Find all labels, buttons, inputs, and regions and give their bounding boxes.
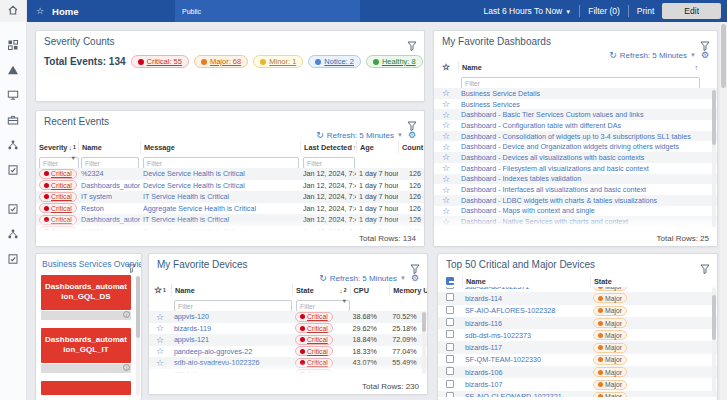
- public-tab[interactable]: Public: [175, 0, 360, 22]
- checkbox-icon[interactable]: [446, 343, 454, 351]
- event-name-link[interactable]: Dashboards_automat: [78, 215, 140, 224]
- favorite-star-icon[interactable]: ☆: [36, 6, 44, 16]
- device-name-link[interactable]: SF-AIO-CLEONARD-1022321: [462, 392, 590, 397]
- table-row[interactable]: ☆ appvis-121 Critical 18.84% 72.09%: [149, 334, 427, 346]
- edit-button[interactable]: Edit: [662, 3, 721, 19]
- healthy-badge[interactable]: Healthy: 8: [366, 55, 423, 68]
- star-icon[interactable]: ☆: [442, 142, 450, 152]
- sidebar-item-devices[interactable]: [0, 82, 26, 107]
- device-name-link[interactable]: bizards-114: [462, 294, 590, 303]
- severity-pill[interactable]: Critical: [39, 215, 77, 225]
- event-message-link[interactable]: Device Service Health is Critical: [140, 181, 300, 190]
- checkbox-icon[interactable]: [446, 318, 454, 326]
- filter-funnel-icon[interactable]: [407, 37, 417, 55]
- table-row[interactable]: Critical Reston Aggregate Service Health…: [36, 203, 424, 215]
- service-tile[interactable]: [41, 381, 131, 395]
- table-row[interactable]: bizards-107Major: [438, 378, 717, 390]
- checkbox-icon[interactable]: [446, 380, 454, 388]
- checkbox-icon[interactable]: [446, 355, 454, 363]
- refresh-control[interactable]: ↻ Refresh: 5 Minutes ▼ ⚙: [149, 272, 427, 284]
- state-pill[interactable]: Major: [593, 287, 627, 291]
- device-name-link[interactable]: SF-AIO-AFLORES-1022328: [462, 306, 590, 315]
- table-row[interactable]: Critical Dashboards_automat IT Service H…: [36, 214, 424, 226]
- checkbox-icon[interactable]: [446, 367, 454, 375]
- event-message-link[interactable]: IT Service Health is Critical: [140, 192, 300, 201]
- table-row[interactable]: Critical Dashboards_automat Device Servi…: [36, 180, 424, 192]
- filter-button[interactable]: Filter (0): [588, 6, 620, 16]
- state-pill[interactable]: Major: [593, 293, 627, 303]
- state-pill[interactable]: Major: [593, 380, 627, 390]
- refresh-control[interactable]: ↻ Refresh: 5 Minutes ▼ ⚙: [36, 129, 424, 141]
- device-name-link[interactable]: appvis-121: [171, 335, 292, 344]
- star-icon[interactable]: ☆: [156, 323, 164, 333]
- device-name-link[interactable]: bizards-117: [462, 343, 590, 352]
- sidebar-item-reports[interactable]: [0, 246, 26, 271]
- star-icon[interactable]: ☆: [442, 88, 450, 98]
- star-icon[interactable]: ☆: [442, 163, 450, 173]
- sidebar-item-automation[interactable]: [0, 157, 26, 182]
- dashboard-link[interactable]: Business Service Details: [458, 89, 701, 98]
- filter-funnel-icon[interactable]: [700, 260, 710, 278]
- severity-pill[interactable]: Critical: [39, 169, 77, 179]
- star-icon[interactable]: ☆: [442, 195, 450, 205]
- dashboard-link[interactable]: Dashboard - Configuration table with dif…: [458, 121, 701, 130]
- dashboard-link[interactable]: Dashboard - Interfaces all visualization…: [458, 185, 701, 194]
- col-name[interactable]: Name: [462, 275, 590, 287]
- scrollbar[interactable]: [712, 287, 716, 397]
- table-row[interactable]: ☆ appvis-120 Critical 38.68% 70.52%: [149, 311, 427, 323]
- device-name-link[interactable]: bizards-119: [171, 324, 292, 333]
- list-item[interactable]: ☆Dashboard - Maps with context and singl…: [434, 206, 717, 217]
- event-message-link[interactable]: IT Service Health is Critical: [140, 215, 300, 224]
- list-item[interactable]: ☆Dashboard - Basic Tier Services Custom …: [434, 109, 717, 120]
- state-pill[interactable]: Critical: [295, 323, 333, 333]
- col-memory[interactable]: Memory Utili...: [389, 284, 427, 296]
- device-name-link[interactable]: sdb-dst-ao-1022371: [462, 287, 590, 291]
- event-name-link[interactable]: Dashboards_automat: [78, 181, 140, 190]
- dashboard-link[interactable]: Dashboard - LDBC widgets with charts & t…: [458, 196, 701, 205]
- table-row[interactable]: ☆ sdb-aio-svadrevu-1022326 Critical 43.0…: [149, 357, 427, 369]
- filter-funnel-icon[interactable]: [127, 259, 136, 277]
- table-row[interactable]: Critical IT system IT Service Health is …: [36, 191, 424, 203]
- sidebar-item-business-services[interactable]: [0, 107, 26, 132]
- star-icon[interactable]: ☆: [442, 217, 450, 227]
- star-icon[interactable]: ☆: [156, 312, 164, 322]
- star-icon[interactable]: ☆: [442, 185, 450, 195]
- list-item[interactable]: ☆Dashboard - Native Services with charts…: [434, 216, 717, 227]
- major-badge[interactable]: Major: 68: [194, 55, 248, 68]
- table-row[interactable]: bizards-106Major: [438, 366, 717, 378]
- print-button[interactable]: Print: [637, 6, 654, 16]
- table-row[interactable]: Critical %2324 Device Service Health is …: [36, 168, 424, 180]
- list-item[interactable]: ☆Business Service Details: [434, 88, 717, 99]
- state-pill[interactable]: Major: [593, 392, 627, 397]
- table-row[interactable]: bizards-117Major: [438, 341, 717, 353]
- state-pill[interactable]: Major: [593, 355, 627, 365]
- event-name-link[interactable]: Reston: [78, 204, 140, 213]
- table-row[interactable]: ☆ SF-AIO- Critical: [149, 369, 427, 375]
- list-item[interactable]: ☆Dashboard - Configuration table with di…: [434, 120, 717, 131]
- filter-funnel-icon[interactable]: [700, 37, 710, 55]
- list-item[interactable]: ☆Dashboard - Device and Organization wid…: [434, 141, 717, 152]
- info-icon[interactable]: i: [123, 364, 130, 371]
- sidebar-item-checklist[interactable]: [0, 196, 26, 221]
- dashboard-link[interactable]: Dashboard - Consolidation of widgets up …: [458, 132, 701, 141]
- device-name-link[interactable]: SF-AIO-: [171, 370, 292, 374]
- critical-badge[interactable]: Critical: 55: [131, 55, 189, 68]
- state-pill[interactable]: Major: [593, 318, 627, 328]
- event-name-link[interactable]: IT system: [78, 192, 140, 201]
- service-tile[interactable]: Dashboards_automation_GQL_IT: [41, 328, 131, 363]
- severity-pill[interactable]: Critical: [39, 192, 77, 202]
- col-count[interactable]: Count: [398, 141, 424, 153]
- checkbox-icon[interactable]: [446, 330, 454, 338]
- star-icon[interactable]: ☆: [442, 152, 450, 162]
- table-row[interactable]: ☆ bizards-119 Critical 29.62% 25.18%: [149, 323, 427, 335]
- dashboard-link[interactable]: Business Services: [458, 100, 701, 109]
- service-tile[interactable]: Dashboards_automation_GQL_DS: [41, 275, 131, 310]
- table-row[interactable]: SF-AIO-AFLORES-1022328Major: [438, 305, 717, 317]
- list-item[interactable]: ☆Dashboard - Consolidation of widgets up…: [434, 131, 717, 142]
- list-item[interactable]: ☆Dashboard - Indexes tables validation: [434, 174, 717, 185]
- dashboard-link[interactable]: Dashboard - Filesystem all visualization…: [458, 164, 701, 173]
- list-item[interactable]: ☆Dashboard - Devices all visualizations …: [434, 152, 717, 163]
- list-item[interactable]: ☆Dashboard - LDBC widgets with charts & …: [434, 195, 717, 206]
- state-pill[interactable]: Critical: [295, 312, 333, 322]
- info-icon[interactable]: i: [123, 311, 130, 318]
